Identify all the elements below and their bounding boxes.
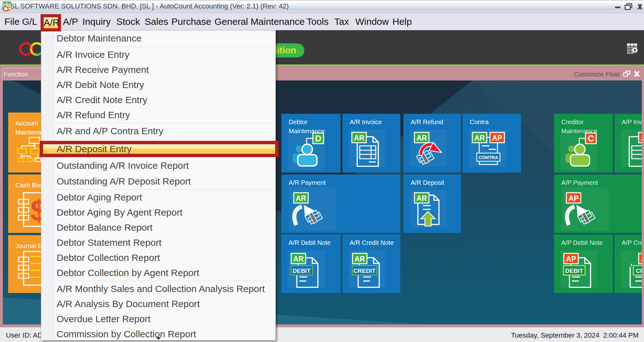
svg-text:CONTRA: CONTRA bbox=[479, 155, 498, 160]
svg-text:AP: AP bbox=[569, 194, 579, 202]
svg-text:AP: AP bbox=[492, 134, 502, 142]
svg-text:AR: AR bbox=[296, 194, 306, 202]
svg-text:DEBIT: DEBIT bbox=[293, 268, 311, 274]
svg-text:CRE: CRE bbox=[636, 268, 644, 274]
svg-text:AR: AR bbox=[354, 134, 364, 142]
svg-text:AR: AR bbox=[416, 194, 427, 202]
svg-text:C: C bbox=[588, 134, 594, 143]
svg-text:AP: AP bbox=[641, 255, 644, 263]
svg-text:AR: AR bbox=[474, 134, 485, 142]
svg-text:AP: AP bbox=[566, 255, 576, 263]
svg-text:AP: AP bbox=[641, 134, 644, 142]
svg-text:D: D bbox=[315, 134, 321, 143]
svg-text:AR: AR bbox=[293, 255, 304, 263]
svg-text:DEBIT: DEBIT bbox=[565, 268, 583, 274]
svg-text:AR: AR bbox=[416, 134, 427, 142]
svg-text:AR: AR bbox=[354, 255, 365, 263]
svg-text:CREDIT: CREDIT bbox=[353, 268, 376, 274]
